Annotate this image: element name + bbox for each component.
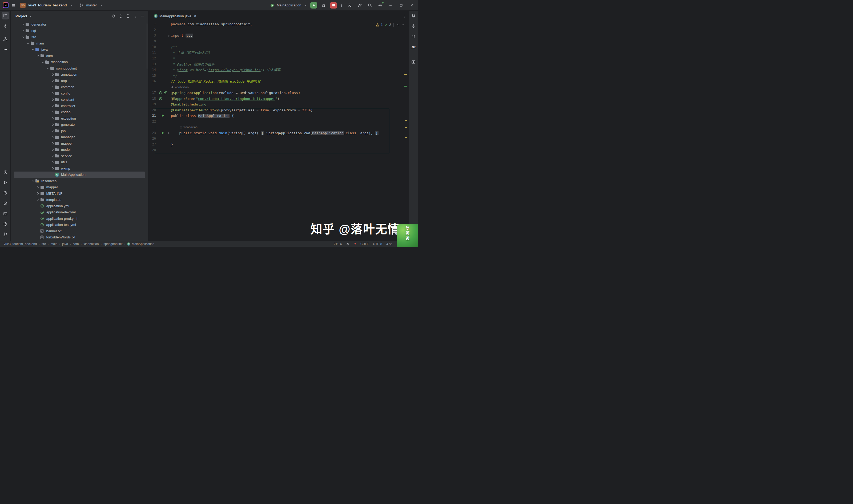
code-line[interactable]: 21public class MainApplication { — [149, 113, 408, 119]
breadcrumb-item[interactable]: xiaobaitiao — [84, 242, 99, 246]
tab-close-icon[interactable]: ✕ — [193, 14, 197, 18]
code-with-me-icon[interactable] — [346, 2, 353, 9]
commit-tool-icon[interactable] — [2, 22, 9, 30]
code-line[interactable]: 15 */ — [149, 73, 408, 79]
minimize-button[interactable] — [386, 2, 395, 9]
indent-indicator[interactable]: 4 sp — [386, 242, 393, 246]
chevron-expanded-icon[interactable] — [31, 178, 35, 184]
readonly-pen-icon[interactable] — [346, 242, 350, 246]
breadcrumb-item[interactable]: com — [73, 242, 79, 246]
code-line[interactable]: 2 — [149, 27, 408, 33]
chevron-collapsed-icon[interactable] — [50, 71, 55, 78]
scroll-error-stripe-mark[interactable] — [405, 120, 407, 121]
tab-options-icon[interactable] — [402, 14, 406, 18]
tree-row[interactable]: xiaobaitiao — [11, 59, 148, 65]
problems-tool-icon[interactable] — [2, 220, 9, 228]
fold-chevron-icon[interactable] — [167, 34, 170, 37]
breadcrumb-item[interactable]: java — [62, 242, 68, 246]
fold-chevron-icon[interactable] — [167, 132, 170, 134]
tree-row[interactable]: manager — [11, 134, 148, 140]
code-line[interactable]: 1package com.xiaobaitiao.springbootinit; — [149, 21, 408, 27]
code-line[interactable]: 3import ... — [149, 33, 408, 39]
more-tools-icon[interactable] — [2, 46, 9, 53]
tree-row[interactable]: java — [11, 46, 148, 53]
chevron-collapsed-icon[interactable] — [50, 128, 55, 134]
run-button[interactable] — [310, 2, 317, 8]
code-line[interactable]: 19@EnableScheduling — [149, 102, 408, 107]
maven-icon[interactable]: m — [410, 43, 417, 51]
chevron-expanded-icon[interactable] — [31, 46, 35, 53]
collapse-all-icon[interactable] — [126, 14, 130, 18]
app-logo-icon[interactable]: IJ — [3, 2, 8, 8]
prev-problem-icon[interactable] — [396, 23, 400, 26]
chevron-collapsed-icon[interactable] — [50, 134, 55, 140]
tree-row[interactable]: src — [11, 34, 148, 40]
tree-row[interactable]: wxmp — [11, 165, 148, 172]
chevron-collapsed-icon[interactable] — [50, 153, 55, 159]
chevron-collapsed-icon[interactable] — [50, 165, 55, 172]
inlay-hint-row[interactable]: xiaobaitiao — [149, 85, 408, 90]
git-branch-icon[interactable] — [80, 3, 84, 7]
code-line[interactable]: 27} — [149, 142, 408, 148]
services-tool-icon[interactable] — [2, 199, 9, 207]
code-line[interactable]: 17@SpringBootApplication(exclude = Redis… — [149, 90, 408, 96]
tree-row[interactable]: application-prod.yml — [11, 216, 148, 222]
mapper-gutter-icon[interactable] — [159, 97, 162, 101]
database-icon[interactable] — [410, 33, 417, 40]
next-problem-icon[interactable] — [401, 23, 405, 26]
tree-row[interactable]: forbiddenWords.txt — [11, 234, 148, 240]
settings-gear-icon[interactable] — [377, 2, 384, 9]
scroll-error-stripe-mark[interactable] — [404, 86, 407, 87]
profiler-tool-icon[interactable] — [2, 189, 9, 197]
tree-row[interactable]: job — [11, 128, 148, 134]
tree-row[interactable]: META-INF — [11, 191, 148, 197]
terminal-tool-icon[interactable] — [2, 210, 9, 217]
code-line[interactable]: 26 — [149, 136, 408, 142]
breadcrumb-item[interactable]: src — [41, 242, 46, 246]
chevron-expanded-icon[interactable] — [26, 40, 30, 47]
yapi-plugin-icon[interactable]: Y — [354, 242, 356, 246]
chevron-collapsed-icon[interactable] — [50, 84, 55, 90]
tree-row[interactable]: mapper — [11, 184, 148, 191]
editor-surface[interactable]: 1package com.xiaobaitiao.springbootinit;… — [149, 21, 408, 241]
code-line[interactable]: 22 — [149, 119, 408, 125]
branch-chevron-down-icon[interactable] — [100, 3, 103, 7]
chevron-expanded-icon[interactable] — [40, 59, 45, 65]
version-control-tool-icon[interactable] — [2, 231, 9, 238]
chevron-collapsed-icon[interactable] — [50, 90, 55, 97]
code-line[interactable]: 13 * @author 程序员小白条 — [149, 61, 408, 67]
tree-row[interactable]: constant — [11, 96, 148, 103]
project-panel-chevron-down-icon[interactable] — [29, 14, 32, 18]
tree-row[interactable]: main — [11, 40, 148, 47]
tab-mainapplication[interactable]: C MainApplication.java ✕ — [152, 11, 199, 21]
branch-name[interactable]: master — [86, 3, 97, 7]
chevron-collapsed-icon[interactable] — [50, 115, 55, 122]
code-line[interactable]: 10/** — [149, 44, 408, 50]
search-everywhere-icon[interactable] — [366, 2, 374, 9]
code-line[interactable]: 14 * @from <a href="https://luoye6.githu… — [149, 67, 408, 73]
code-line[interactable]: 16// todo 如需开启 Redis，须移除 exclude 中的内容 — [149, 78, 408, 85]
code-line[interactable]: 11 * 主类（项目启动入口） — [149, 50, 408, 56]
tree-row[interactable]: CMainApplication — [11, 172, 148, 178]
code-line[interactable]: 12 * — [149, 56, 408, 61]
scroll-error-stripe-mark[interactable] — [404, 74, 407, 75]
project-panel-title[interactable]: Project — [15, 14, 27, 18]
chevron-collapsed-icon[interactable] — [21, 28, 25, 34]
translate-panel-icon[interactable] — [410, 58, 417, 66]
select-opened-file-icon[interactable] — [112, 14, 116, 18]
stop-button[interactable] — [330, 2, 337, 8]
project-name[interactable]: vue3_tourism_backend — [28, 3, 67, 7]
tree-row[interactable]: service — [11, 153, 148, 159]
tree-row[interactable]: esdao — [11, 109, 148, 115]
code-line[interactable]: 18@MapperScan("com.xiaobaitiao.springboo… — [149, 96, 408, 102]
tree-row[interactable]: resources — [11, 178, 148, 184]
spring-gutter-icon[interactable] — [159, 91, 162, 94]
run-gutter-icon[interactable] — [161, 114, 164, 117]
chevron-expanded-icon[interactable] — [21, 34, 25, 40]
chevron-expanded-icon[interactable] — [36, 53, 40, 59]
tree-row[interactable]: config — [11, 90, 148, 97]
scroll-error-stripe-mark[interactable] — [405, 137, 407, 138]
run-tool-icon[interactable] — [2, 179, 9, 186]
structure-tool-icon[interactable] — [2, 35, 9, 43]
breadcrumb-item[interactable]: CMainApplication — [127, 242, 154, 246]
